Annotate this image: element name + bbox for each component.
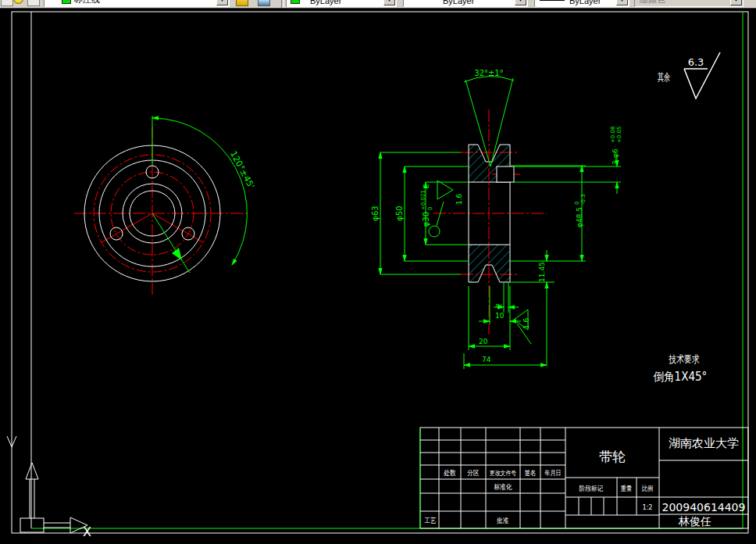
total-width-text: 74 (482, 356, 491, 363)
layer-color-swatch (62, 0, 71, 4)
lineweight-glyph (540, 0, 565, 1)
svg-text:+0.05: +0.05 (616, 127, 622, 143)
linetype-combo[interactable]: ByLayer ▼ (403, 0, 528, 7)
web-width-text: 10 (495, 312, 505, 320)
lineweight-combo-value: ByLayer (569, 0, 601, 5)
roughness-web-text: 1.6 (522, 317, 530, 329)
layer-lock-icon[interactable] (27, 0, 40, 6)
lineweight-combo[interactable]: ByLayer ▼ (534, 0, 629, 7)
label-sign: 签名 (525, 468, 536, 477)
color-combo[interactable]: ByLayer ▼ (286, 0, 397, 7)
tech-req-line: 倒角1X45° (653, 370, 708, 383)
label-date: 年月日 (544, 468, 562, 477)
label-approve: 批准 (496, 516, 508, 524)
label-change: 更改文件号 (490, 469, 516, 477)
layer-combo-arrow-icon[interactable]: ▼ (216, 0, 228, 5)
groove-angle-text: 32°±1° (474, 69, 503, 77)
plotstyle-combo-arrow-icon: ▼ (730, 0, 742, 5)
tech-req-title: 技术要求 (669, 353, 700, 366)
svg-text:E: E (423, 184, 430, 188)
label-process: 工艺 (423, 516, 436, 524)
label-scale: 比例 (642, 484, 653, 492)
color-combo-value: ByLayer (310, 0, 341, 5)
svg-text:+0.021: +0.021 (420, 190, 426, 210)
key-dim-text: 2 (496, 303, 503, 307)
linetype-combo-arrow-icon[interactable]: ▼ (515, 0, 526, 5)
layer-previous-icon[interactable] (258, 0, 270, 6)
rim-depth-text: 11.45 (538, 262, 546, 282)
svg-text:φ48.5: φ48.5 (576, 207, 583, 227)
toolbar-separator (281, 0, 284, 8)
label-stage: 阶段标记 (579, 484, 604, 492)
hub-length-text: 20 (479, 338, 488, 345)
dia-mid-text: φ50 (395, 206, 404, 220)
make-layer-current-icon[interactable] (236, 0, 248, 6)
canvas-background[interactable] (0, 8, 756, 544)
color-swatch (291, 0, 300, 4)
drawing-canvas[interactable]: 120°±45' (0, 0, 756, 544)
autocad-window: 标注线 ▼ ByLayer ▼ ByLayer ▼ ByLayer ▼ 随颜色 … (0, 0, 756, 544)
svg-text:φ30: φ30 (422, 212, 430, 227)
layer-manager-icon[interactable] (1, 0, 13, 6)
color-combo-arrow-icon[interactable]: ▼ (383, 0, 395, 5)
linetype-combo-value: ByLayer (443, 0, 474, 5)
ucs-x-label: X (83, 524, 91, 539)
svg-text:-0.3: -0.3 (580, 194, 587, 205)
scale-value: 1:2 (642, 503, 652, 512)
student-name: 林俊任 (678, 515, 711, 528)
roughness-prefix-text: 其余 (658, 71, 670, 84)
roughness-value-text: 6.3 (688, 56, 704, 68)
part-name: 带轮 (599, 449, 626, 464)
plotstyle-combo-value: 随颜色 (640, 0, 665, 5)
layer-combo[interactable]: 标注线 ▼ (44, 0, 230, 7)
properties-toolbar: 标注线 ▼ ByLayer ▼ ByLayer ▼ ByLayer ▼ 随颜色 … (0, 0, 756, 9)
layer-combo-value: 标注线 (74, 0, 100, 5)
organization: 湖南农业大学 (669, 436, 739, 450)
roughness-bore-text: 1.6 (455, 193, 463, 205)
svg-text:3-φ6: 3-φ6 (612, 149, 619, 165)
label-standard: 标准化 (494, 482, 513, 491)
svg-text:0: 0 (427, 207, 433, 210)
lineweight-combo-arrow-icon[interactable]: ▼ (616, 0, 628, 5)
plotstyle-combo: 随颜色 ▼ (634, 0, 744, 7)
student-id: 200940614409 (662, 501, 746, 514)
label-marks: 处数 (444, 468, 456, 477)
svg-text:0: 0 (574, 202, 580, 205)
svg-text:+0.08: +0.08 (610, 127, 616, 143)
dia-outer-text: φ63 (371, 206, 380, 220)
label-weight: 重量 (620, 484, 632, 492)
layer-bulb-icon[interactable] (13, 0, 23, 4)
label-zone: 分区 (467, 468, 479, 477)
